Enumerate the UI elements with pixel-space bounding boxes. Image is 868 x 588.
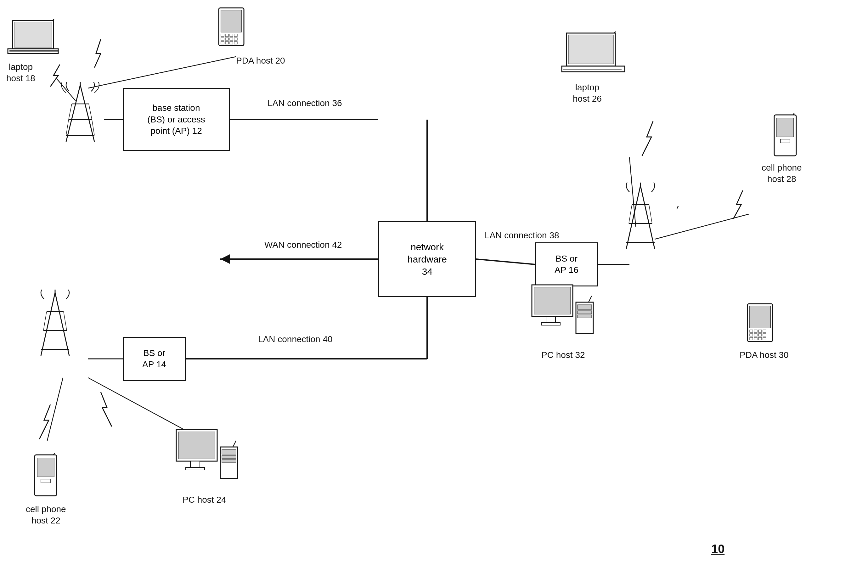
lightning-18 [41, 63, 72, 88]
cell-28-icon [771, 113, 799, 162]
svg-line-36 [66, 85, 80, 142]
pda-20-icon [214, 6, 249, 55]
svg-rect-101 [190, 461, 200, 467]
pda-30-icon [743, 302, 777, 351]
lightning-28b [724, 189, 755, 220]
svg-line-2 [476, 259, 535, 264]
svg-rect-32 [221, 41, 224, 44]
lan-connection-38-label: LAN connection 38 [485, 230, 559, 241]
svg-rect-67 [754, 330, 757, 332]
svg-rect-76 [759, 337, 762, 340]
svg-rect-75 [754, 337, 757, 340]
svg-rect-74 [750, 337, 753, 340]
svg-rect-30 [230, 38, 233, 40]
svg-line-92 [43, 312, 47, 331]
svg-rect-66 [750, 330, 753, 332]
laptop-26-icon [560, 31, 629, 80]
svg-line-53 [641, 186, 655, 249]
network-hardware-34-box: network hardware 34 [378, 221, 476, 297]
pc-24-icon [173, 428, 242, 492]
svg-rect-79 [534, 287, 571, 314]
svg-rect-71 [754, 334, 757, 336]
pc-32-label: PC host 32 [541, 349, 585, 361]
lightning-26 [636, 120, 661, 157]
svg-rect-96 [37, 458, 54, 477]
svg-rect-81 [541, 323, 560, 325]
laptop-26-label: laptop host 26 [573, 82, 602, 105]
svg-line-52 [626, 186, 641, 249]
svg-rect-70 [750, 334, 753, 336]
svg-rect-65 [750, 306, 771, 328]
svg-line-88 [55, 293, 69, 356]
lightning-20 [94, 38, 132, 69]
bs-ap-16-tower [617, 183, 664, 253]
svg-rect-27 [234, 34, 237, 37]
svg-rect-31 [234, 38, 237, 40]
svg-line-87 [41, 293, 55, 356]
svg-rect-26 [230, 34, 233, 37]
svg-rect-25 [225, 34, 229, 37]
pc-32-icon [529, 283, 598, 347]
svg-rect-62 [781, 139, 790, 143]
svg-rect-61 [777, 118, 794, 137]
svg-rect-68 [759, 330, 762, 332]
svg-rect-97 [41, 479, 50, 483]
svg-rect-17 [14, 22, 52, 47]
svg-line-58 [649, 205, 652, 223]
svg-marker-6 [220, 254, 230, 264]
svg-rect-24 [221, 34, 224, 37]
svg-rect-47 [568, 35, 613, 64]
cell-28-label: cell phone host 28 [762, 162, 802, 185]
svg-line-107 [233, 441, 236, 447]
svg-line-57 [629, 205, 632, 223]
svg-line-93 [63, 312, 67, 331]
svg-rect-83 [577, 305, 592, 309]
svg-rect-18 [8, 49, 58, 53]
wan-connection-42-label: WAN connection 42 [264, 239, 342, 251]
svg-rect-28 [221, 38, 224, 40]
svg-rect-34 [230, 41, 233, 44]
bs-ap-14-box: BS or AP 14 [123, 337, 186, 381]
svg-rect-73 [763, 334, 766, 336]
svg-rect-77 [763, 337, 766, 340]
svg-line-86 [589, 296, 592, 302]
bs-ap-12-box: base station (BS) or access point (AP) 1… [123, 88, 230, 151]
bs-ap-14-tower [31, 290, 79, 360]
lan-connection-40-label: LAN connection 40 [258, 334, 333, 345]
lan-connection-36-label: LAN connection 36 [267, 98, 342, 109]
laptop-18-label: laptop host 18 [6, 61, 35, 84]
cell-22-icon [31, 453, 60, 502]
network-diagram: LAN connection 36 LAN connection 38 LAN … [0, 0, 868, 588]
svg-rect-72 [759, 334, 762, 336]
svg-rect-84 [577, 311, 592, 314]
laptop-18-icon [6, 19, 63, 61]
svg-rect-105 [222, 455, 236, 459]
lightning-24 [94, 390, 157, 428]
bs-ap-16-box: BS or AP 16 [535, 242, 598, 287]
svg-rect-69 [763, 330, 766, 332]
svg-line-41 [69, 104, 72, 120]
pda-30-label: PDA host 30 [740, 349, 789, 361]
cell-22-label: cell phone host 22 [26, 504, 66, 527]
svg-line-21 [53, 19, 57, 21]
svg-rect-35 [234, 41, 237, 44]
svg-rect-104 [222, 449, 236, 454]
svg-line-37 [80, 85, 94, 142]
svg-line-42 [89, 104, 92, 120]
svg-rect-29 [225, 38, 229, 40]
bs-ap-12-tower [57, 82, 104, 146]
svg-rect-23 [221, 10, 242, 32]
lightning-22 [35, 403, 60, 441]
svg-rect-48 [562, 66, 625, 72]
svg-rect-102 [186, 467, 205, 470]
svg-rect-80 [546, 316, 555, 323]
svg-rect-100 [179, 432, 215, 459]
diagram-number: 10 [711, 541, 725, 557]
pda-20-label: PDA host 20 [236, 55, 285, 66]
svg-rect-106 [222, 459, 236, 463]
pc-24-label: PC host 24 [183, 494, 226, 505]
svg-rect-33 [225, 41, 229, 44]
svg-rect-85 [577, 315, 592, 318]
